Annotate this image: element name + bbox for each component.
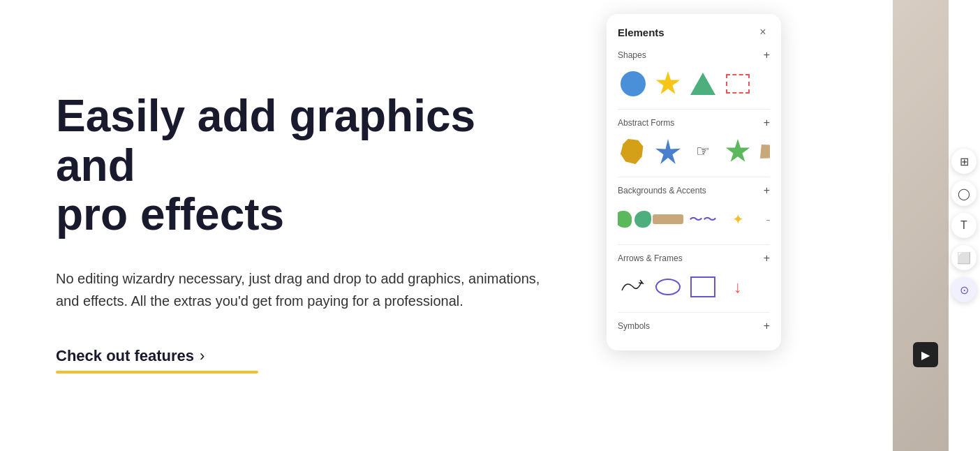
abstract-cursor-item[interactable]: ☞ [688, 136, 718, 167]
abstract-row: ☞ [618, 136, 770, 167]
effects-toolbar-button[interactable]: ⊙ [951, 277, 977, 302]
symbols-label: Symbols [618, 321, 650, 331]
star-shape [655, 71, 681, 96]
cta-link[interactable]: Check out features › [56, 347, 258, 374]
shape-rect-dashed-item[interactable] [722, 68, 753, 99]
scribble-arrow-item[interactable] [618, 272, 648, 302]
sparkle-icon: ✦ [732, 211, 744, 228]
cursor-icon: ☞ [690, 139, 715, 164]
shapes-add-button[interactable]: + [764, 49, 770, 61]
cta-underline [56, 371, 258, 374]
circle-shape [621, 71, 646, 96]
right-panel: Elements × Shapes + [600, 0, 980, 451]
shape-star-item[interactable] [653, 68, 683, 99]
arrows-row: ↓ [618, 272, 770, 302]
chevron-right-icon: › [200, 347, 205, 365]
text-toolbar-button[interactable]: T [951, 213, 977, 238]
backgrounds-row: 〜〜 ✦ — [618, 204, 770, 235]
swirl-item[interactable]: 〜〜 [688, 204, 718, 235]
arrow-down-icon: ↓ [734, 277, 742, 297]
symbols-add-button[interactable]: + [764, 320, 770, 332]
droplet-toolbar-button[interactable]: ◯ [951, 181, 977, 206]
scribble-arrow-icon [621, 276, 646, 297]
abstract-blue-item[interactable] [653, 136, 683, 167]
backgrounds-add-button[interactable]: + [764, 184, 770, 197]
main-heading: Easily add graphics and pro effects [56, 91, 558, 239]
background-image [893, 0, 949, 451]
play-icon: ▶ [921, 348, 930, 362]
abstract-green-item[interactable] [722, 136, 753, 167]
arrow-down-item[interactable]: ↓ [722, 272, 753, 302]
symbols-section-header: Symbols + [618, 320, 770, 332]
panel-title: Elements [618, 27, 665, 38]
droplet-icon: ◯ [958, 187, 970, 200]
green-star-abstract [725, 139, 750, 164]
abstract-add-button[interactable]: + [764, 117, 770, 129]
dashed-rect-shape [726, 74, 750, 94]
grid-toolbar-button[interactable]: ⊞ [951, 149, 977, 174]
arrows-label: Arrows & Frames [618, 253, 683, 263]
arrows-section-header: Arrows & Frames + [618, 252, 770, 265]
dash-item[interactable]: — [757, 204, 770, 235]
tan-bar-accent [653, 214, 683, 224]
abstract-label: Abstract Forms [618, 118, 674, 128]
side-toolbar: ⊞ ◯ T ⬜ ⊙ [951, 149, 977, 302]
blob-1 [618, 211, 632, 228]
shapes-row [618, 68, 770, 99]
shape-scroll-item [757, 68, 770, 99]
tan-bar-item[interactable] [653, 204, 683, 235]
elements-panel: Elements × Shapes + [607, 14, 781, 350]
shape-triangle-item[interactable] [688, 68, 718, 99]
grid-icon: ⊞ [960, 155, 969, 168]
shape-circle-item[interactable] [618, 68, 648, 99]
description-text: No editing wizardry necessary, just drag… [56, 267, 558, 312]
panel-header: Elements × [618, 25, 770, 39]
backgrounds-section-header: Backgrounds & Accents + [618, 184, 770, 197]
divider-4 [618, 312, 770, 313]
divider-3 [618, 244, 770, 245]
swirl-icon: 〜〜 [689, 210, 717, 229]
cta-label: Check out features [56, 347, 194, 365]
text-icon: T [960, 219, 967, 232]
shapes-section-header: Shapes + [618, 49, 770, 61]
divider-1 [618, 109, 770, 110]
dash-icon: — [766, 212, 770, 227]
abstract-tan-item[interactable] [757, 136, 770, 167]
divider-2 [618, 177, 770, 177]
rect-frame-item[interactable] [688, 272, 718, 302]
cta-text[interactable]: Check out features › [56, 347, 205, 365]
triangle-shape [690, 73, 715, 95]
effects-icon: ⊙ [960, 283, 969, 297]
left-content-panel: Easily add graphics and pro effects No e… [0, 0, 600, 451]
image-toolbar-button[interactable]: ⬜ [951, 245, 977, 270]
gold-abstract-shape [621, 139, 646, 164]
blue-star-abstract [655, 139, 681, 164]
oval-frame-item[interactable] [653, 272, 683, 302]
tan-abstract-shape [760, 145, 770, 158]
oval-frame-shape [655, 279, 681, 295]
image-icon: ⬜ [957, 251, 971, 265]
abstract-gold-item[interactable] [618, 136, 648, 167]
blob-green-item[interactable] [618, 204, 648, 235]
sparkle-item[interactable]: ✦ [722, 204, 753, 235]
shapes-label: Shapes [618, 50, 646, 60]
rect-frame-shape [690, 276, 715, 297]
blob-2 [634, 211, 651, 228]
play-button[interactable]: ▶ [913, 342, 938, 367]
arrows-add-button[interactable]: + [764, 252, 770, 265]
close-button[interactable]: × [756, 25, 770, 39]
green-blobs [618, 211, 651, 228]
abstract-section-header: Abstract Forms + [618, 117, 770, 129]
backgrounds-label: Backgrounds & Accents [618, 186, 706, 195]
